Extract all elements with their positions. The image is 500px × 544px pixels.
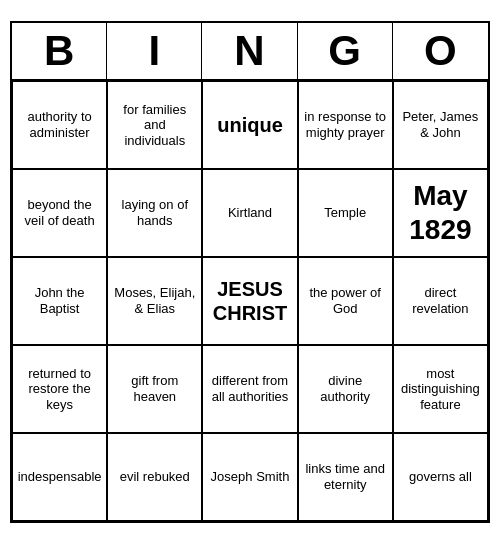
bingo-cell: JESUS CHRIST xyxy=(202,257,297,345)
bingo-cell: the power of God xyxy=(298,257,393,345)
bingo-cell: governs all xyxy=(393,433,488,521)
bingo-grid: authority to administerfor families and … xyxy=(12,81,488,521)
header-letter: B xyxy=(12,23,107,79)
bingo-header: BINGO xyxy=(12,23,488,81)
bingo-cell: Joseph Smith xyxy=(202,433,297,521)
bingo-cell: returned to restore the keys xyxy=(12,345,107,433)
bingo-cell: Kirtland xyxy=(202,169,297,257)
bingo-cell: gift from heaven xyxy=(107,345,202,433)
bingo-cell: different from all authorities xyxy=(202,345,297,433)
header-letter: I xyxy=(107,23,202,79)
bingo-cell: most distinguishing feature xyxy=(393,345,488,433)
bingo-cell: evil rebuked xyxy=(107,433,202,521)
bingo-cell: beyond the veil of death xyxy=(12,169,107,257)
header-letter: N xyxy=(202,23,297,79)
bingo-cell: authority to administer xyxy=(12,81,107,169)
bingo-cell: Temple xyxy=(298,169,393,257)
bingo-cell: Peter, James & John xyxy=(393,81,488,169)
bingo-cell: indespensable xyxy=(12,433,107,521)
bingo-cell: laying on of hands xyxy=(107,169,202,257)
bingo-cell: direct revelation xyxy=(393,257,488,345)
header-letter: O xyxy=(393,23,488,79)
header-letter: G xyxy=(298,23,393,79)
bingo-cell: John the Baptist xyxy=(12,257,107,345)
bingo-cell: Moses, Elijah, & Elias xyxy=(107,257,202,345)
bingo-card: BINGO authority to administerfor familie… xyxy=(10,21,490,523)
bingo-cell: for families and individuals xyxy=(107,81,202,169)
bingo-cell: divine authority xyxy=(298,345,393,433)
bingo-cell: May 1829 xyxy=(393,169,488,257)
bingo-cell: unique xyxy=(202,81,297,169)
bingo-cell: links time and eternity xyxy=(298,433,393,521)
bingo-cell: in response to mighty prayer xyxy=(298,81,393,169)
